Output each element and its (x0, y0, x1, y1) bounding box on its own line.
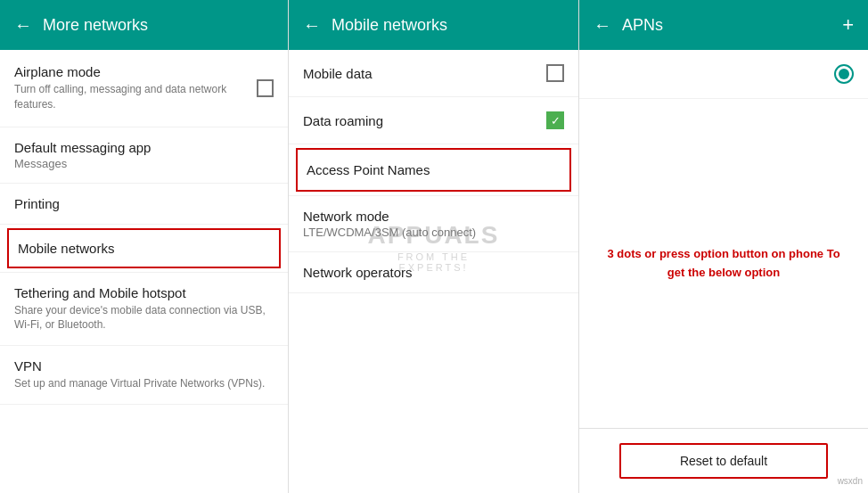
mobile-data-checkbox[interactable] (546, 64, 564, 82)
left-header: ← More networks (0, 0, 288, 50)
mobile-networks-title: Mobile networks (18, 241, 270, 256)
middle-header-title: Mobile networks (332, 16, 564, 35)
reset-area: Reset to default (579, 428, 868, 493)
data-roaming-label: Data roaming (303, 113, 383, 128)
tethering-title: Tethering and Mobile hotspot (14, 285, 274, 300)
default-messaging-value: Messages (14, 157, 274, 170)
data-roaming-item[interactable]: Data roaming (289, 97, 578, 144)
right-panel: ← APNs + 3 dots or press option button o… (579, 0, 868, 493)
middle-header: ← Mobile networks (289, 0, 578, 50)
left-menu-content: Airplane mode Turn off calling, messagin… (0, 50, 288, 493)
default-messaging-item[interactable]: Default messaging app Messages (0, 127, 288, 184)
network-operators-item[interactable]: Network operators (289, 252, 578, 293)
printing-title: Printing (14, 196, 274, 211)
tethering-subtitle: Share your device's mobile data connecti… (14, 303, 274, 333)
network-mode-item[interactable]: Network mode LTE/WCDMA/3SM (auto connect… (289, 196, 578, 252)
left-panel: ← More networks Airplane mode Turn off c… (0, 0, 289, 493)
airplane-mode-label-group: Airplane mode Turn off calling, messagin… (14, 64, 257, 112)
tethering-item[interactable]: Tethering and Mobile hotspot Share your … (0, 273, 288, 347)
left-back-arrow[interactable]: ← (14, 15, 32, 36)
default-messaging-title: Default messaging app (14, 140, 274, 155)
airplane-mode-subtitle: Turn off calling, messaging and data net… (14, 82, 257, 112)
airplane-mode-item[interactable]: Airplane mode Turn off calling, messagin… (0, 50, 288, 127)
apn-item-wrapper: Access Point Names (289, 144, 578, 196)
right-back-arrow[interactable]: ← (594, 15, 611, 36)
vpn-item[interactable]: VPN Set up and manage Virtual Private Ne… (0, 346, 288, 405)
apn-title: Access Point Names (307, 162, 561, 177)
apn-radio-inner (839, 69, 849, 79)
vpn-subtitle: Set up and manage Virtual Private Networ… (14, 376, 274, 391)
airplane-mode-checkbox[interactable] (257, 79, 274, 97)
network-mode-value: LTE/WCDMA/3SM (auto connect) (303, 226, 564, 239)
left-header-title: More networks (43, 16, 274, 35)
annotation-text: 3 dots or press option button on phone T… (597, 245, 850, 283)
right-header-title: APNs (622, 16, 842, 35)
airplane-mode-title: Airplane mode (14, 64, 257, 79)
right-add-button[interactable]: + (842, 13, 854, 37)
network-operators-title: Network operators (303, 265, 564, 280)
mobile-data-label: Mobile data (303, 66, 373, 81)
middle-panel: ← Mobile networks Mobile data Data roami… (289, 0, 579, 493)
data-roaming-check[interactable] (546, 111, 564, 129)
mobile-networks-item[interactable]: Mobile networks (7, 228, 281, 268)
apn-item[interactable]: Access Point Names (296, 148, 571, 192)
mobile-networks-item-wrapper: Mobile networks (0, 225, 288, 273)
apn-radio-button[interactable] (834, 64, 854, 84)
mobile-data-item[interactable]: Mobile data (289, 50, 578, 97)
wsxdn-watermark: wsxdn (838, 476, 863, 486)
reset-to-default-button[interactable]: Reset to default (619, 443, 828, 479)
middle-menu-content: Mobile data Data roaming Access Point Na… (289, 50, 578, 493)
vpn-title: VPN (14, 358, 274, 374)
annotation-area: 3 dots or press option button on phone T… (579, 99, 868, 428)
apn-radio-area (579, 50, 868, 99)
middle-back-arrow[interactable]: ← (303, 15, 321, 36)
printing-item[interactable]: Printing (0, 184, 288, 225)
right-header: ← APNs + (579, 0, 868, 50)
network-mode-title: Network mode (303, 209, 564, 224)
